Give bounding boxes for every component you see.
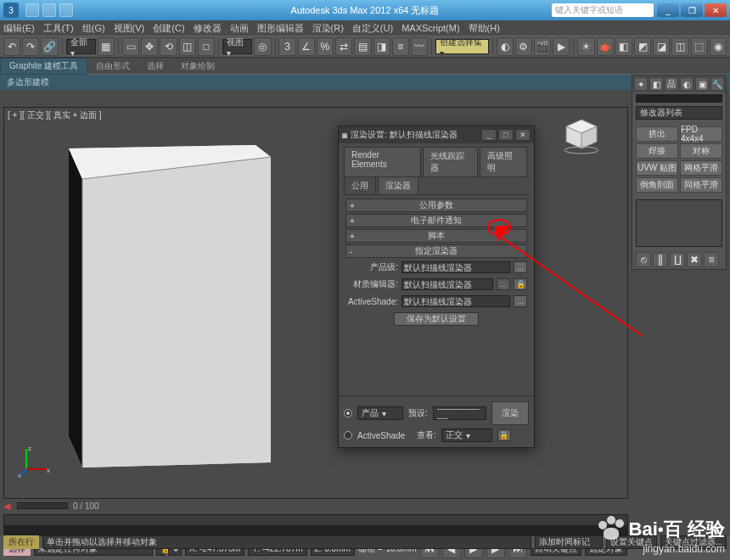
display-tab-icon[interactable]: ▣ bbox=[695, 77, 709, 91]
lock-icon[interactable]: 🔒 bbox=[514, 278, 527, 290]
menu-render[interactable]: 渲染(R) bbox=[312, 22, 344, 35]
toolbar-extra-5[interactable]: ⬚ bbox=[691, 37, 708, 56]
btn-meshsmooth[interactable]: 网格平滑 bbox=[680, 160, 722, 176]
teapot-icon[interactable]: 🫖 bbox=[597, 37, 614, 56]
create-tab-icon[interactable]: ✦ bbox=[634, 77, 648, 91]
tab-common[interactable]: 公用 bbox=[344, 176, 376, 194]
rotate-icon[interactable]: ⟲ bbox=[160, 37, 177, 56]
qat-undo[interactable] bbox=[25, 3, 39, 17]
qat-redo[interactable] bbox=[42, 3, 56, 17]
menu-group[interactable]: 组(G) bbox=[82, 22, 105, 35]
scope-select[interactable]: 全部 ▾ bbox=[66, 39, 96, 54]
menu-edit[interactable]: 编辑(E) bbox=[3, 22, 35, 35]
utilities-tab-icon[interactable]: 🔧 bbox=[710, 77, 724, 91]
schematic-icon[interactable]: ◨ bbox=[373, 37, 390, 56]
redo-icon[interactable]: ↷ bbox=[22, 37, 39, 56]
radio-activeshade[interactable] bbox=[344, 431, 352, 440]
center-icon[interactable]: ◎ bbox=[254, 37, 271, 56]
scene-box-object[interactable] bbox=[69, 145, 289, 468]
percent-snap-icon[interactable]: % bbox=[317, 37, 334, 56]
menu-maxscript[interactable]: MAXScript(M) bbox=[402, 23, 459, 33]
tab-objpaint[interactable]: 对象绘制 bbox=[172, 59, 223, 74]
name-field[interactable] bbox=[636, 94, 722, 103]
show-end-icon[interactable]: ǁ bbox=[653, 252, 668, 267]
dialog-minimize[interactable]: _ bbox=[481, 129, 497, 141]
filter-icon[interactable]: ▦ bbox=[98, 37, 115, 56]
align-icon[interactable]: ▤ bbox=[354, 37, 371, 56]
choose-activeshade-button[interactable]: ... bbox=[514, 295, 527, 307]
pin-stack-icon[interactable]: ⎋ bbox=[636, 252, 651, 267]
tab-freeform[interactable]: 自由形式 bbox=[87, 59, 138, 74]
named-selection[interactable]: 创建选择集 ▾ bbox=[435, 39, 489, 54]
menu-tools[interactable]: 工具(T) bbox=[43, 22, 74, 35]
toolbar-extra-1[interactable]: ◧ bbox=[615, 37, 632, 56]
btn-fpd[interactable]: FPD 4x4x4 bbox=[680, 126, 722, 142]
select-rect-icon[interactable]: □ bbox=[198, 37, 215, 56]
make-unique-icon[interactable]: ∐ bbox=[670, 252, 685, 267]
link-icon[interactable]: 🔗 bbox=[41, 37, 58, 56]
quick-render-icon[interactable]: ☀ bbox=[577, 37, 594, 56]
dialog-close[interactable]: ✕ bbox=[515, 129, 531, 141]
remove-mod-icon[interactable]: ✖ bbox=[687, 252, 702, 267]
toolbar-extra-6[interactable]: ◉ bbox=[710, 37, 727, 56]
btn-weld[interactable]: 焊接 bbox=[636, 143, 678, 159]
motion-tab-icon[interactable]: ◐ bbox=[680, 77, 694, 91]
menu-help[interactable]: 帮助(H) bbox=[469, 22, 500, 35]
tab-renderer[interactable]: 渲染器 bbox=[378, 176, 418, 194]
tab-advlight[interactable]: 高级照明 bbox=[480, 147, 527, 176]
modifier-list[interactable]: 修改器列表 bbox=[636, 106, 722, 120]
mirror-icon[interactable]: ⇄ bbox=[335, 37, 352, 56]
toolbar-extra-4[interactable]: ◫ bbox=[671, 37, 688, 56]
render-last-icon[interactable]: ▶ bbox=[553, 37, 570, 56]
radio-production[interactable] bbox=[344, 409, 352, 417]
time-tag[interactable]: 添加时间标记 bbox=[535, 535, 603, 549]
refcoord-select[interactable]: 视图 ▾ bbox=[222, 39, 252, 54]
snap-toggle-icon[interactable]: 3 bbox=[278, 37, 295, 56]
render-scene-icon[interactable]: 🎬 bbox=[534, 37, 551, 56]
config-mod-icon[interactable]: ≡ bbox=[704, 252, 719, 267]
viewport-label[interactable]: [ + ][ 正交 ][ 真实 + 边面 ] bbox=[8, 109, 102, 121]
toolbar-extra-3[interactable]: ◪ bbox=[653, 37, 670, 56]
restore-button[interactable]: ❐ bbox=[681, 3, 703, 17]
tab-render-elements[interactable]: Render Elements bbox=[344, 147, 421, 176]
menu-create[interactable]: 创建(C) bbox=[153, 22, 184, 35]
undo-icon[interactable]: ↶ bbox=[3, 37, 20, 56]
rollup-assign-renderer[interactable]: - 指定渲染器 bbox=[345, 244, 527, 258]
keyfilter-button[interactable]: 关键点过滤器... bbox=[660, 535, 727, 549]
preset-select[interactable]: ------------------- bbox=[433, 406, 486, 420]
menu-animation[interactable]: 动画 bbox=[230, 22, 249, 35]
menu-graph[interactable]: 图形编辑器 bbox=[257, 22, 304, 35]
ribbon-polyedit[interactable]: 多边形建模 bbox=[7, 76, 49, 88]
rollup-common-params[interactable]: + 公用参数 bbox=[345, 199, 527, 212]
modifier-stack[interactable] bbox=[636, 199, 722, 247]
save-default-button[interactable]: 保存为默认设置 bbox=[394, 312, 479, 326]
menu-views[interactable]: 视图(V) bbox=[114, 22, 145, 35]
time-slider[interactable] bbox=[17, 502, 68, 509]
scale-icon[interactable]: ◫ bbox=[179, 37, 196, 56]
menu-modifiers[interactable]: 修改器 bbox=[194, 22, 222, 35]
render-button[interactable]: 渲染 bbox=[491, 401, 529, 425]
toolbar-extra-2[interactable]: ◩ bbox=[634, 37, 651, 56]
production-select[interactable]: 产品 ▾ bbox=[357, 406, 403, 420]
btn-extrude[interactable]: 挤出 bbox=[636, 126, 678, 142]
minimize-button[interactable]: _ bbox=[657, 3, 679, 17]
btn-sym[interactable]: 对称 bbox=[680, 143, 722, 159]
tab-selection[interactable]: 选择 bbox=[138, 59, 172, 74]
render-setup-icon[interactable]: ⚙ bbox=[515, 37, 532, 56]
viewport-scrollbar[interactable] bbox=[3, 514, 628, 526]
setkey-button[interactable]: 设置关键点 bbox=[606, 535, 657, 549]
rollup-email[interactable]: + 电子邮件通知 bbox=[345, 214, 527, 227]
btn-chamfer[interactable]: 倒角剖面 bbox=[636, 177, 678, 193]
btn-latticesmooth[interactable]: 同格平滑 bbox=[680, 177, 722, 193]
menu-customize[interactable]: 自定义(U) bbox=[352, 22, 393, 35]
material-editor-icon[interactable]: ◐ bbox=[497, 37, 514, 56]
view-select[interactable]: 正交 ▾ bbox=[441, 428, 492, 442]
choose-production-button[interactable]: ... bbox=[514, 261, 527, 273]
select-icon[interactable]: ▭ bbox=[122, 37, 139, 56]
curve-editor-icon[interactable]: 〰 bbox=[411, 37, 428, 56]
choose-material-button[interactable]: ... bbox=[497, 278, 510, 290]
btn-uvw[interactable]: UVW 贴图 bbox=[636, 160, 678, 176]
search-input[interactable]: 键入关键字或短语 bbox=[552, 3, 654, 17]
hierarchy-tab-icon[interactable]: 品 bbox=[665, 77, 678, 91]
lock-view-icon[interactable]: 🔒 bbox=[497, 429, 511, 441]
